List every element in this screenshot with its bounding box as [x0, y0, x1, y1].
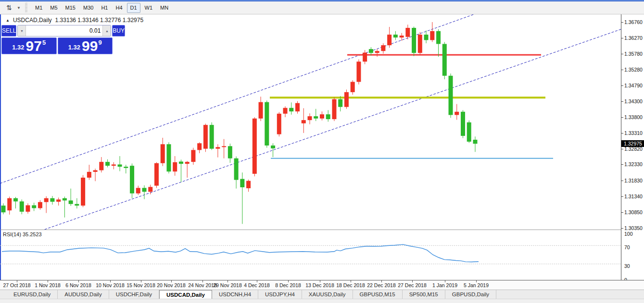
date-axis-label: 1 Jan 2019: [432, 282, 457, 288]
price-axis-label: 1.32330: [624, 161, 643, 167]
timeframe-button-m30[interactable]: M30: [80, 3, 97, 13]
date-axis-label: 20 Nov 2018: [157, 282, 186, 288]
chart-tab-gbpusd-m15[interactable]: GBPUSD,M15: [353, 290, 403, 299]
date-axis-label: 8 Dec 2018: [275, 282, 301, 288]
price-axis-label: 1.34300: [624, 98, 643, 104]
buy-price-main: 99: [82, 39, 98, 53]
price-axis-label: 1.35280: [624, 67, 643, 73]
volume-stepper: ▼ ▲: [17, 25, 111, 36]
price-axis-label: 1.34790: [624, 83, 643, 88]
rsi-axis-label: 70: [624, 244, 630, 250]
date-axis-label: 29 Nov 2018: [213, 282, 242, 288]
chart-tab-xauusd-daily[interactable]: XAUUSD,Daily: [302, 290, 353, 299]
date-axis-label: 27 Oct 2018: [3, 282, 30, 288]
sell-button[interactable]: SELL: [1, 25, 16, 36]
chart-tab-usdchf-daily[interactable]: USDCHF,Daily: [109, 290, 159, 299]
price-axis-label: 1.33310: [624, 130, 643, 136]
date-axis-label: 18 Dec 2018: [336, 282, 365, 288]
timeframe-toolbar: ⇅ ▼ M1M5M15M30H1H4D1W1MN: [0, 1, 644, 14]
sell-price-display[interactable]: 1.32 97 5: [1, 37, 57, 54]
date-axis-label: 5 Jan 2019: [464, 282, 489, 288]
chart-tab-gbpusd-daily[interactable]: GBPUSD,Daily: [445, 290, 496, 299]
timeframe-button-m5[interactable]: M5: [47, 3, 61, 13]
rsi-indicator-panel[interactable]: [0, 230, 621, 280]
volume-decrease-button[interactable]: ▼: [18, 25, 26, 36]
volume-increase-button[interactable]: ▲: [102, 25, 111, 36]
chart-tab-usdcnh-h4[interactable]: USDCNH,H4: [212, 290, 258, 299]
chart-tab-usdcad-daily[interactable]: USDCAD,Daily: [159, 290, 212, 299]
date-axis-label: 1 Nov 2018: [35, 282, 61, 288]
sell-price-pip: 5: [42, 39, 46, 46]
date-axis[interactable]: 27 Oct 20181 Nov 20186 Nov 201810 Nov 20…: [0, 280, 644, 290]
chart-tab-usdjpy-h4[interactable]: USDJPY,H4: [258, 290, 302, 299]
chart-tab-sp500-m15[interactable]: SP500,M15: [403, 290, 445, 299]
buy-price-pip: 9: [98, 39, 101, 46]
price-axis-label: 1.33800: [624, 114, 643, 120]
date-axis-label: 4 Dec 2018: [244, 282, 270, 288]
date-axis-label: 22 Dec 2018: [367, 282, 396, 288]
timeframe-button-h4[interactable]: H4: [112, 3, 126, 13]
timeframe-button-m15[interactable]: M15: [62, 3, 79, 13]
price-axis-label: 1.31830: [624, 178, 643, 183]
chart-tab-audusd-daily[interactable]: AUDUSD,Daily: [58, 290, 109, 299]
rsi-axis-label: 30: [624, 263, 630, 269]
price-axis-label: 1.30350: [624, 225, 643, 231]
price-axis-label: 1.35780: [624, 51, 643, 57]
chart-title: ▲ USDCAD,Daily 1.33136 1.33146 1.32776 1…: [6, 17, 143, 24]
timeframe-buttons: M1M5M15M30H1H4D1W1MN: [31, 3, 172, 13]
buy-price-prefix: 1.32: [68, 44, 80, 51]
current-price-badge: 1.32975: [621, 140, 644, 147]
timeframe-button-m1[interactable]: M1: [32, 3, 46, 13]
date-axis-label: 6 Nov 2018: [65, 282, 91, 288]
rsi-axis-label: 100: [624, 231, 633, 237]
collapse-triangle-icon: ▲: [6, 18, 10, 23]
date-axis-label: 15 Nov 2018: [126, 282, 155, 288]
mt4-window: ⇅ ▼ M1M5M15M30H1H4D1W1MN 1.367601.362701…: [0, 0, 644, 303]
chart-symbol: USDCAD,Daily: [13, 17, 52, 24]
price-axis[interactable]: 1.367601.362701.357801.352801.347901.343…: [621, 14, 644, 280]
charts-toolbar-icon[interactable]: ⇅: [3, 2, 15, 13]
buy-price-display[interactable]: 1.32 99 9: [58, 37, 113, 54]
price-axis-label: 1.36760: [624, 19, 643, 25]
timeframe-button-mn[interactable]: MN: [157, 3, 172, 13]
sell-price-prefix: 1.32: [12, 44, 24, 51]
volume-input[interactable]: [26, 25, 102, 36]
chart-tab-eurusd-daily[interactable]: EURUSD,Daily: [7, 290, 58, 299]
price-axis-label: 1.30850: [624, 209, 643, 215]
date-axis-label: 24 Nov 2018: [188, 282, 217, 288]
price-axis-label: 1.31340: [624, 194, 643, 199]
timeframe-button-h1[interactable]: H1: [98, 3, 111, 13]
date-axis-label: 13 Dec 2018: [305, 282, 334, 288]
price-axis-label: 1.36270: [624, 35, 643, 41]
timeframe-button-w1[interactable]: W1: [141, 3, 156, 13]
chart-ohlc-values: 1.33136 1.33146 1.32776 1.32975: [55, 17, 144, 24]
chevron-down-icon[interactable]: ▼: [15, 2, 22, 13]
timeframe-button-d1[interactable]: D1: [127, 3, 140, 13]
date-axis-label: 27 Dec 2018: [398, 282, 427, 288]
rsi-label: RSI(14) 35.2523: [3, 231, 42, 237]
sell-price-main: 97: [26, 39, 42, 53]
one-click-trading-widget: SELL ▼ ▲ BUY 1.32 97 5 1.32 99 9: [1, 25, 113, 54]
chart-tab-bar: EURUSD,DailyAUDUSD,DailyUSDCHF,DailyUSDC…: [0, 290, 644, 299]
toolbar-grip[interactable]: [25, 3, 27, 12]
date-axis-label: 10 Nov 2018: [96, 282, 125, 288]
tab-scrollbar[interactable]: [0, 299, 644, 303]
buy-button[interactable]: BUY: [112, 25, 125, 36]
